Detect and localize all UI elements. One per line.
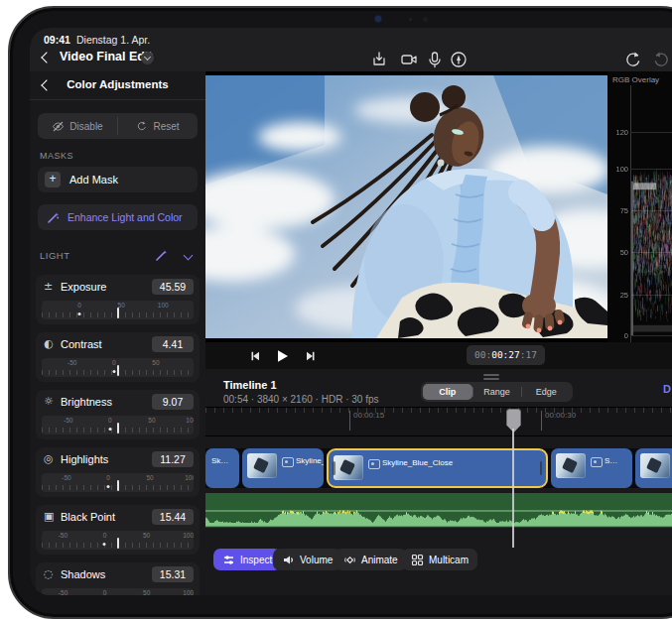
scope-tick-label: 25 — [620, 291, 628, 300]
slider-ruler[interactable]: -50050100 — [42, 416, 194, 435]
timeline-ruler[interactable]: 00:00:1500:00:30 — [205, 407, 672, 436]
plus-icon: + — [45, 172, 61, 187]
eye-slash-icon — [52, 120, 65, 133]
light-wand-icon[interactable] — [155, 249, 168, 262]
slider-highlights: ◎Highlights11.27-50050100 — [36, 447, 200, 497]
rgb-overlay-scope: RGB Overlay 1201007550250-20 — [607, 71, 672, 342]
trim-handle-left[interactable] — [333, 461, 336, 475]
slider-value[interactable]: 4.41 — [152, 336, 194, 352]
mode-clip[interactable]: Clip — [423, 384, 472, 400]
contrast-icon: ◐ — [44, 337, 57, 350]
slider-ruler[interactable]: -50050100 — [42, 588, 194, 595]
add-mask-button[interactable]: + Add Mask — [38, 167, 198, 192]
project-dropdown-icon[interactable] — [141, 52, 154, 64]
slider-value[interactable]: 15.44 — [152, 509, 194, 525]
slider-shadows: ◌Shadows15.31-50050100 — [36, 562, 200, 595]
value-needle — [117, 365, 119, 376]
screen: 09:41 Dienstag 1. Apr. Video Final Edit — [30, 28, 672, 595]
value-needle — [117, 423, 119, 434]
clip-thumbnail — [640, 453, 670, 478]
enhance-button[interactable]: Enhance Light and Color — [38, 204, 198, 230]
color-adjustments-panel: Color Adjustments Disable Re — [30, 71, 206, 595]
scope-waveform — [630, 85, 672, 339]
mode-edge[interactable]: Edge — [521, 384, 571, 400]
mode-range[interactable]: Range — [472, 384, 522, 400]
redo-icon[interactable] — [651, 50, 671, 69]
volume-button[interactable]: Volume — [273, 549, 341, 570]
collapse-chevron-icon[interactable] — [184, 251, 194, 261]
sensor-dot — [409, 18, 412, 21]
skip-forward-button[interactable] — [301, 347, 319, 365]
audio-track-waveform[interactable] — [205, 493, 672, 528]
done-button-clipped[interactable]: D — [663, 383, 671, 395]
clip-name: S… — [605, 456, 617, 465]
button-label: Volume — [300, 555, 333, 565]
timeline-panel: Timeline 1 00:54 · 3840 × 2160 · HDR · 3… — [205, 369, 672, 595]
highlights-icon: ◎ — [44, 452, 57, 465]
zero-dot — [103, 543, 106, 546]
slider-ruler[interactable]: -50050100 — [42, 531, 194, 550]
slider-ruler[interactable]: -50050 — [42, 358, 194, 377]
slider-black-point: ▣Black Point15.44-50050100 — [36, 505, 200, 555]
panel-header: Color Adjustments — [30, 71, 205, 100]
clip-name: Skyline_Blue_Wide — [296, 456, 324, 465]
slider-ruler[interactable]: 050100 — [42, 301, 194, 319]
video-preview[interactable] — [205, 71, 607, 342]
clip-thumbnail — [334, 455, 363, 480]
timeline-toolbar: InspectVolumeAnimateMulticam — [205, 549, 672, 572]
status-date: Dienstag 1. Apr. — [76, 34, 150, 46]
camera-icon[interactable] — [399, 50, 419, 69]
timecode-display[interactable]: 00:00:27:17 — [467, 345, 545, 365]
slider-ruler[interactable]: -50050100 — [42, 473, 194, 492]
undo-icon[interactable] — [623, 50, 643, 69]
timecode-hours: 00: — [474, 349, 491, 360]
playhead-line — [512, 429, 514, 548]
play-button[interactable] — [273, 347, 291, 365]
timeline-clip-partial[interactable] — [635, 448, 672, 488]
slider-exposure: ±Exposure45.59050100 — [36, 275, 200, 324]
brightness-icon: ☼ — [44, 395, 57, 408]
value-needle — [117, 308, 119, 318]
timeline-clip-skyline-blue-wide[interactable]: Skyline_Blue_Wide — [242, 448, 324, 488]
clip-thumbnail — [247, 453, 277, 478]
import-icon[interactable] — [369, 50, 389, 69]
skip-back-button[interactable] — [247, 347, 265, 365]
shadows-icon: ◌ — [44, 567, 57, 580]
timeline-clip-skyline-blue-close[interactable]: Skyline_Blue_Close — [327, 448, 548, 488]
slider-value[interactable]: 15.31 — [152, 566, 194, 582]
back-icon[interactable] — [41, 52, 52, 62]
enhance-label: Enhance Light and Color — [67, 211, 183, 223]
animate-button[interactable]: Animate — [335, 549, 407, 570]
pencil-icon[interactable] — [449, 50, 469, 69]
reset-button[interactable]: Reset — [118, 113, 198, 139]
inspect-button[interactable]: Inspect — [213, 549, 281, 570]
slider-value[interactable]: 11.27 — [152, 451, 194, 467]
add-mask-label: Add Mask — [69, 174, 118, 186]
scope-title: RGB Overlay — [612, 75, 659, 84]
edit-mode-segmented-control: ClipRangeEdge — [421, 382, 573, 402]
timeline-name: Timeline 1 — [223, 379, 277, 391]
microphone-icon[interactable] — [425, 50, 445, 69]
multicam-button[interactable]: Multicam — [402, 549, 477, 570]
timeline-clip-sk[interactable]: Sk… — [205, 448, 239, 488]
drag-handle[interactable] — [483, 378, 499, 380]
trim-handle-right[interactable] — [540, 461, 543, 475]
slider-contrast: ◐Contrast4.41-50050 — [36, 332, 200, 382]
photo-icon — [368, 459, 380, 469]
drag-handle[interactable] — [483, 374, 499, 376]
slider-value[interactable]: 9.07 — [152, 394, 194, 410]
top-bar: 09:41 Dienstag 1. Apr. Video Final Edit — [30, 28, 672, 72]
project-title[interactable]: Video Final Edit — [60, 50, 153, 63]
disable-button[interactable]: Disable — [38, 113, 117, 139]
ruler-timestamp: 00:00:15 — [349, 411, 384, 431]
timeline-clip-s[interactable]: S… — [551, 448, 632, 488]
slider-value[interactable]: 45.59 — [152, 279, 194, 295]
exposure-icon: ± — [44, 280, 57, 293]
zero-dot — [107, 485, 110, 488]
disable-reset-group: Disable Reset — [38, 113, 198, 139]
timecode-frames: :17 — [520, 349, 537, 360]
timeline-meta: 00:54 · 3840 × 2160 · HDR · 30 fps — [223, 394, 378, 405]
volume-icon — [282, 554, 295, 566]
page: 09:41 Dienstag 1. Apr. Video Final Edit — [0, 0, 672, 621]
slider-label: Highlights — [61, 453, 108, 465]
